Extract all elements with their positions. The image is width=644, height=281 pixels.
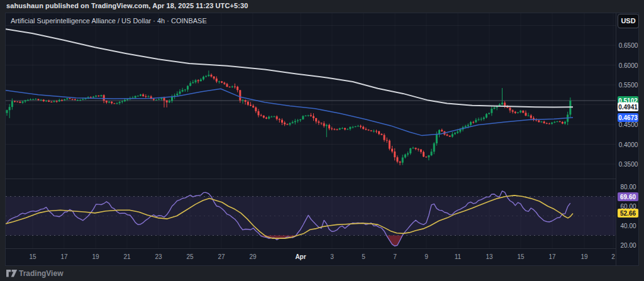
price-pane[interactable] bbox=[6, 13, 616, 179]
candle-body bbox=[402, 157, 404, 162]
candle-body bbox=[14, 101, 16, 102]
candle-body bbox=[465, 126, 467, 127]
candle-body bbox=[501, 102, 503, 104]
time-tick: 7 bbox=[393, 253, 397, 260]
publish-bar: sahushaun published on TradingView.com, … bbox=[0, 0, 644, 13]
candle-body bbox=[368, 129, 370, 130]
candle-body bbox=[226, 84, 228, 87]
time-tick: 15 bbox=[29, 253, 36, 260]
candle-body bbox=[176, 94, 178, 96]
candle-body bbox=[318, 121, 319, 123]
rsi-pane[interactable] bbox=[6, 179, 616, 249]
time-tick: 17 bbox=[60, 253, 67, 260]
candle-body bbox=[195, 80, 197, 82]
candle-body bbox=[284, 123, 286, 124]
candle-body bbox=[323, 123, 325, 126]
candle-body bbox=[111, 102, 113, 104]
tradingview-brand-text[interactable]: TradingView bbox=[19, 269, 63, 278]
candle-body bbox=[77, 100, 79, 101]
candle-body bbox=[223, 83, 225, 84]
candle-body bbox=[305, 116, 307, 116]
candle-body bbox=[53, 101, 55, 102]
time-tick: 11 bbox=[455, 253, 461, 260]
candle-body bbox=[315, 118, 317, 121]
candle-body bbox=[276, 116, 278, 119]
candle-body bbox=[74, 99, 76, 100]
candle-body bbox=[362, 127, 364, 129]
candle-body bbox=[208, 75, 209, 76]
candle-body bbox=[333, 129, 335, 129]
candle-body bbox=[90, 97, 92, 98]
candle-body bbox=[310, 115, 312, 116]
candle-body bbox=[124, 100, 126, 101]
candle-body bbox=[349, 127, 351, 129]
candle-body bbox=[263, 116, 265, 118]
time-axis[interactable]: 1517192123252729Apr357911131517192 bbox=[6, 249, 616, 267]
candle-body bbox=[19, 102, 21, 103]
candle-body bbox=[182, 90, 184, 91]
candle-body bbox=[360, 126, 362, 126]
chart-plot-area[interactable] bbox=[6, 13, 616, 249]
candle-body bbox=[328, 125, 330, 128]
candle-body bbox=[43, 100, 45, 101]
candle-body bbox=[431, 152, 433, 155]
rsi-ma-value-badge: 52.66 bbox=[618, 209, 638, 218]
candle-body bbox=[38, 99, 40, 100]
candle-body bbox=[399, 162, 401, 163]
candle-body bbox=[279, 119, 280, 119]
pane-separator[interactable] bbox=[6, 179, 616, 179]
candle-body bbox=[179, 92, 181, 94]
candle-body bbox=[166, 101, 168, 102]
candle-body bbox=[423, 152, 425, 157]
candle-body bbox=[347, 129, 348, 129]
candle-body bbox=[32, 99, 34, 100]
candle-body bbox=[245, 100, 247, 102]
rsi-scale-label: 40.00 bbox=[616, 223, 640, 229]
time-tick: 27 bbox=[218, 253, 225, 260]
currency-toggle-button[interactable]: USD bbox=[618, 14, 639, 28]
symbol-title[interactable]: Artificial Superintelligence Alliance / … bbox=[11, 17, 207, 25]
candle-body bbox=[321, 123, 323, 123]
price-scale-label: 0.5500 bbox=[616, 82, 640, 89]
candle-body bbox=[528, 116, 530, 116]
candle-body bbox=[378, 131, 380, 134]
candle-body bbox=[187, 86, 189, 90]
candle-body bbox=[512, 111, 514, 112]
candle-body bbox=[541, 121, 543, 122]
ma-white-line bbox=[6, 29, 573, 107]
time-tick-month: Apr bbox=[295, 253, 306, 260]
candle-body bbox=[113, 103, 115, 104]
candle-body bbox=[140, 94, 142, 96]
candle-body bbox=[197, 80, 199, 81]
price-scale[interactable]: 0.70000.65000.60000.55000.45000.40000.35… bbox=[616, 13, 640, 249]
candle-body bbox=[457, 131, 458, 133]
candle-body bbox=[189, 83, 191, 85]
candle-body bbox=[486, 114, 487, 118]
candle-body bbox=[365, 129, 367, 129]
candle-body bbox=[472, 122, 474, 123]
candle-body bbox=[145, 96, 147, 97]
chart-widget[interactable]: Artificial Superintelligence Alliance / … bbox=[5, 13, 639, 266]
candle-body bbox=[436, 135, 438, 143]
candle-body bbox=[247, 102, 249, 105]
candle-body bbox=[407, 153, 409, 155]
time-tick: 9 bbox=[425, 253, 428, 260]
time-tick: 17 bbox=[548, 253, 555, 260]
candle-body bbox=[25, 100, 26, 101]
candle-body bbox=[137, 96, 139, 96]
candle-body bbox=[229, 87, 231, 87]
candle-body bbox=[270, 117, 272, 118]
price-scale-label: 0.4000 bbox=[616, 141, 640, 148]
time-tick: 29 bbox=[249, 253, 256, 260]
candle-body bbox=[441, 130, 443, 131]
candle-body bbox=[211, 75, 213, 77]
candle-body bbox=[218, 81, 220, 82]
candle-body bbox=[239, 90, 241, 100]
candle-body bbox=[557, 121, 558, 122]
candle-body bbox=[370, 130, 372, 131]
tradingview-logo-icon[interactable] bbox=[6, 269, 18, 278]
candle-body bbox=[258, 111, 260, 115]
rsi-value-badge: 69.60 bbox=[618, 192, 638, 201]
publish-info-text: sahushaun published on TradingView.com, … bbox=[6, 2, 248, 9]
candle-body bbox=[404, 155, 406, 158]
